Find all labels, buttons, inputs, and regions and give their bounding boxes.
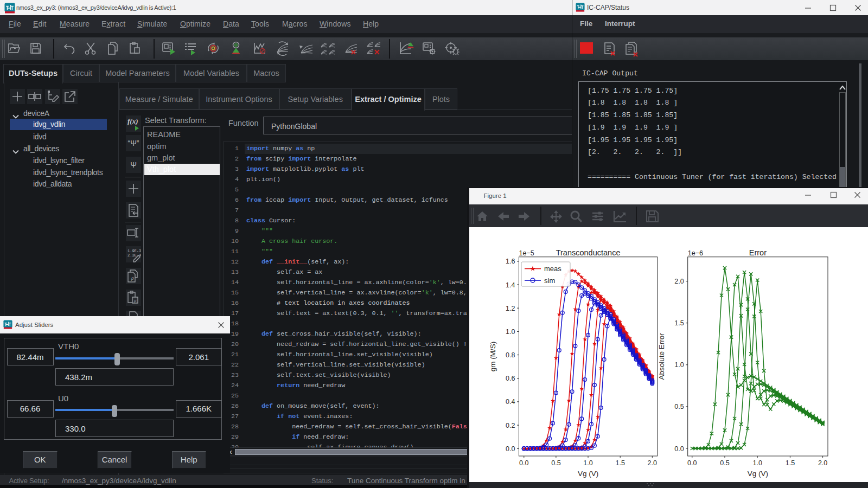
svg-text:sim: sim: [544, 277, 555, 285]
svg-text:1e−6: 1e−6: [688, 249, 703, 257]
svg-text:f(x): f(x): [127, 117, 138, 125]
svg-text:0.0: 0.0: [506, 445, 515, 453]
svg-text:Ψ: Ψ: [130, 160, 137, 169]
svg-text:2.0: 2.0: [818, 459, 827, 467]
svg-text:Vg (V): Vg (V): [748, 470, 768, 478]
svg-text:0.0: 0.0: [674, 445, 684, 453]
svg-text:Error: Error: [749, 248, 767, 257]
svg-text:gm (M/S): gm (M/S): [489, 342, 497, 372]
svg-text:1.0: 1.0: [674, 361, 684, 369]
svg-text:Transconductance: Transconductance: [556, 248, 621, 257]
svg-text:Vg (V): Vg (V): [578, 470, 598, 478]
svg-text:2.0: 2.0: [648, 459, 657, 467]
svg-text:“Ψ”: “Ψ”: [127, 139, 139, 147]
svg-text:0.2: 0.2: [506, 422, 515, 429]
svg-text:1.5: 1.5: [786, 459, 795, 467]
svg-text:0.0: 0.0: [687, 459, 697, 467]
svg-text:0.4: 0.4: [506, 398, 515, 406]
svg-text:2.0: 2.0: [674, 278, 684, 285]
svg-text:ρ: ρ: [133, 298, 137, 303]
svg-text:1e−5: 1e−5: [519, 249, 534, 257]
svg-text:0.6: 0.6: [506, 375, 515, 382]
svg-text:ρ: ρ: [131, 275, 134, 281]
svg-text:1.0: 1.0: [753, 459, 762, 467]
svg-text:1.0: 1.0: [583, 459, 592, 467]
svg-text:1.4: 1.4: [506, 281, 515, 289]
svg-text:1.5: 1.5: [674, 319, 684, 327]
svg-text:1.2: 1.2: [506, 305, 515, 312]
svg-text:1.5: 1.5: [616, 459, 625, 467]
svg-text:1.0: 1.0: [506, 328, 515, 336]
svg-text:0.5: 0.5: [674, 403, 684, 410]
svg-text:Absolute Error: Absolute Error: [658, 333, 666, 380]
svg-text:1.9E-3: 1.9E-3: [127, 249, 141, 253]
svg-text:0.5: 0.5: [720, 459, 729, 467]
svg-text:meas: meas: [544, 265, 561, 273]
svg-text:0.5: 0.5: [551, 459, 560, 467]
svg-text:0.8: 0.8: [506, 351, 515, 359]
svg-text:0.0: 0.0: [519, 459, 528, 467]
svg-text:1.6: 1.6: [506, 258, 515, 265]
